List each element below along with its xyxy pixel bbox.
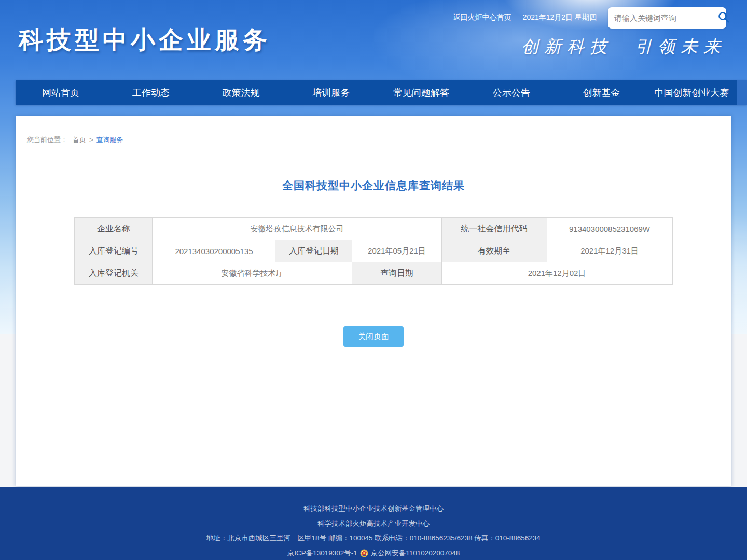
field-valid-until-value: 2021年12月31日 (547, 240, 672, 262)
site-title: 科技型中小企业服务 (19, 24, 271, 57)
slogan-calligraphy: 创新科技 引领未来 (521, 35, 726, 59)
table-row: 入库登记编号 202134030200005135 入库登记日期 2021年05… (75, 240, 672, 262)
main-navigation: 网站首页 工作动态 政策法规 培训服务 常见问题解答 公示公告 创新基金 中国创… (16, 80, 747, 105)
nav-item-training[interactable]: 培训服务 (286, 80, 376, 105)
field-registration-no-value: 202134030200005135 (153, 240, 275, 262)
field-registration-authority-value: 安徽省科学技术厅 (153, 262, 352, 285)
police-badge-icon (360, 549, 368, 557)
nav-item-home[interactable]: 网站首页 (16, 80, 106, 105)
breadcrumb-separator: > (89, 136, 93, 144)
field-company-name-label: 企业名称 (75, 218, 153, 240)
footer-org-line1: 科技部科技型中小企业技术创新基金管理中心 (303, 504, 444, 513)
field-query-date-value: 2021年12月02日 (441, 262, 672, 285)
field-credit-code-label: 统一社会信用代码 (441, 218, 547, 240)
back-to-torch-center-link[interactable]: 返回火炬中心首页 (453, 13, 511, 22)
police-record-link[interactable]: 京公网安备11010202007048 (371, 549, 460, 558)
page-title: 全国科技型中小企业信息库查询结果 (16, 178, 731, 193)
content-panel: 您当前位置：首页>查询服务 全国科技型中小企业信息库查询结果 企业名称 安徽塔孜… (16, 116, 731, 486)
field-registration-authority-label: 入库登记机关 (75, 262, 153, 285)
field-registration-date-value: 2021年05月21日 (352, 240, 441, 262)
search-button[interactable] (717, 10, 730, 25)
nav-end-cap (737, 80, 747, 105)
table-row: 入库登记机关 安徽省科学技术厅 查询日期 2021年12月02日 (75, 262, 672, 285)
footer-org-line2: 科学技术部火炬高技术产业开发中心 (317, 519, 430, 528)
current-date: 2021年12月2日 星期四 (523, 13, 597, 22)
breadcrumb-current-link[interactable]: 查询服务 (96, 136, 123, 144)
field-valid-until-label: 有效期至 (441, 240, 547, 262)
nav-item-innovation-competition[interactable]: 中国创新创业大赛 (646, 80, 737, 105)
footer-contact-line: 地址：北京市西城区三里河二区甲18号 邮编：100045 联系电话：010-88… (206, 534, 541, 543)
nav-item-announcements[interactable]: 公示公告 (466, 80, 557, 105)
nav-item-faq[interactable]: 常见问题解答 (376, 80, 466, 105)
breadcrumb-prefix: 您当前位置： (27, 136, 67, 144)
breadcrumb-home-link[interactable]: 首页 (73, 136, 86, 144)
field-registration-no-label: 入库登记编号 (75, 240, 153, 262)
nav-item-work-news[interactable]: 工作动态 (106, 80, 196, 105)
footer-icp-line: 京ICP备13019302号-1 京公网安备11010202007048 (287, 549, 460, 558)
query-result-table: 企业名称 安徽塔孜信息技术有限公司 统一社会信用代码 9134030008523… (74, 217, 672, 285)
close-page-button[interactable]: 关闭页面 (343, 326, 404, 347)
nav-item-innovation-fund[interactable]: 创新基金 (557, 80, 647, 105)
field-credit-code-value: 91340300085231069W (547, 218, 672, 240)
site-footer: 科技部科技型中小企业技术创新基金管理中心 科学技术部火炬高技术产业开发中心 地址… (0, 487, 747, 560)
nav-item-policies[interactable]: 政策法规 (196, 80, 286, 105)
field-query-date-label: 查询日期 (352, 262, 441, 285)
field-registration-date-label: 入库登记日期 (275, 240, 352, 262)
field-company-name-value: 安徽塔孜信息技术有限公司 (153, 218, 441, 240)
icp-record-link[interactable]: 京ICP备13019302号-1 (287, 549, 357, 558)
magnifier-icon (717, 11, 730, 25)
breadcrumb: 您当前位置：首页>查询服务 (16, 116, 731, 152)
search-input[interactable] (614, 13, 717, 22)
table-row: 企业名称 安徽塔孜信息技术有限公司 统一社会信用代码 9134030008523… (75, 218, 672, 240)
